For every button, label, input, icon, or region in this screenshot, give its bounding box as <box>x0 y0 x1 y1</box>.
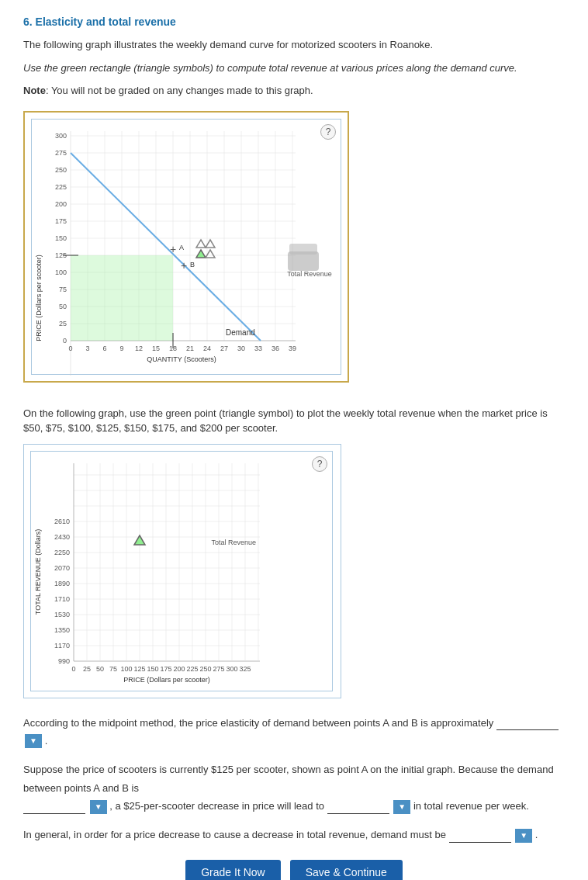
svg-text:100: 100 <box>120 665 132 673</box>
svg-text:+: + <box>170 243 176 255</box>
demand-label: Demand <box>226 328 255 337</box>
svg-text:1710: 1710 <box>54 595 70 603</box>
svg-text:150: 150 <box>55 234 67 242</box>
svg-text:125: 125 <box>133 665 145 673</box>
svg-text:1530: 1530 <box>54 611 70 618</box>
svg-text:QUANTITY (Scooters): QUANTITY (Scooters) <box>147 355 216 363</box>
dropdown1-arrow[interactable]: ▼ <box>25 734 42 748</box>
svg-text:33: 33 <box>254 345 262 352</box>
svg-text:24: 24 <box>203 345 211 352</box>
question2-mid: , a $25-per-scooter decrease in price wi… <box>109 800 324 812</box>
dropdown4-line <box>449 829 511 843</box>
svg-text:25: 25 <box>59 320 67 327</box>
question3-period: . <box>535 829 538 840</box>
svg-text:275: 275 <box>213 665 224 673</box>
svg-text:225: 225 <box>55 183 67 191</box>
svg-text:3: 3 <box>85 345 89 352</box>
total-revenue-label-1: Total Revenue <box>287 270 332 278</box>
svg-text:6: 6 <box>102 345 106 352</box>
grade-it-now-button[interactable]: Grade It Now <box>185 860 280 880</box>
svg-text:39: 39 <box>289 345 296 352</box>
svg-text:1350: 1350 <box>54 626 70 634</box>
graph2-outer: ? TOTAL REVENUE (Dollars) <box>23 444 341 698</box>
svg-text:200: 200 <box>173 665 185 673</box>
svg-text:30: 30 <box>237 345 245 352</box>
svg-text:300: 300 <box>55 132 67 140</box>
question2-row: Suppose the price of scooters is current… <box>23 760 565 815</box>
help-button-2[interactable]: ? <box>312 456 327 472</box>
question2-pre: Suppose the price of scooters is current… <box>23 764 554 793</box>
svg-text:1170: 1170 <box>54 642 70 650</box>
svg-text:225: 225 <box>186 665 198 673</box>
svg-text:175: 175 <box>160 665 171 673</box>
svg-text:2250: 2250 <box>54 549 70 556</box>
svg-text:2430: 2430 <box>54 533 70 541</box>
dropdown2-arrow[interactable]: ▼ <box>90 800 107 814</box>
svg-text:2610: 2610 <box>54 518 70 525</box>
svg-text:990: 990 <box>58 657 70 665</box>
para2-italic: Use the green rectangle (triangle symbol… <box>23 61 565 76</box>
svg-text:100: 100 <box>55 269 67 276</box>
question1-period: . <box>45 735 48 747</box>
dropdown2-line <box>23 800 85 814</box>
triangle-1[interactable] <box>196 240 206 248</box>
save-continue-button[interactable]: Save & Continue <box>290 860 403 880</box>
question3-row: In general, in order for a price decreas… <box>23 826 565 844</box>
svg-text:36: 36 <box>272 345 279 352</box>
question3-text: In general, in order for a price decreas… <box>23 829 446 840</box>
question1-text: According to the midpoint method, the pr… <box>23 717 493 729</box>
svg-text:21: 21 <box>186 345 194 352</box>
svg-text:9: 9 <box>119 345 123 352</box>
dropdown1-line <box>496 716 559 730</box>
question2-post: in total revenue per week. <box>413 800 529 812</box>
svg-text:PRICE (Dollars per scooter): PRICE (Dollars per scooter) <box>123 676 210 684</box>
svg-text:0: 0 <box>71 665 75 673</box>
svg-text:300: 300 <box>226 665 237 673</box>
svg-text:175: 175 <box>55 217 67 225</box>
svg-rect-61 <box>289 244 317 255</box>
svg-text:250: 250 <box>55 166 67 174</box>
svg-text:A: A <box>179 244 184 251</box>
triangle-3[interactable] <box>196 250 206 258</box>
graph1-inner[interactable]: ? PRICE (Dollars per scooter) <box>31 119 341 375</box>
svg-text:0: 0 <box>68 345 72 352</box>
svg-text:75: 75 <box>109 665 117 673</box>
graph1-svg: PRICE (Dollars per scooter) <box>32 120 342 376</box>
svg-text:15: 15 <box>152 345 160 352</box>
svg-text:25: 25 <box>83 665 91 673</box>
graph1-outer: ? PRICE (Dollars per scooter) <box>23 111 349 383</box>
dropdown4-arrow[interactable]: ▼ <box>515 829 532 843</box>
svg-text:TOTAL REVENUE (Dollars): TOTAL REVENUE (Dollars) <box>34 528 42 614</box>
svg-text:50: 50 <box>59 303 67 310</box>
section-title: 6. Elasticity and total revenue <box>23 16 565 28</box>
buttons-row: Grade It Now Save & Continue <box>23 860 565 880</box>
para3: On the following graph, use the green po… <box>23 406 565 436</box>
svg-text:200: 200 <box>55 200 67 208</box>
graph2-svg: TOTAL REVENUE (Dollars) <box>31 452 334 692</box>
help-button-1[interactable]: ? <box>320 124 336 140</box>
svg-text:+: + <box>181 259 187 272</box>
svg-text:75: 75 <box>59 286 67 293</box>
graph1-y-label: PRICE (Dollars per scooter) <box>35 255 43 341</box>
note-label: Note <box>23 85 46 96</box>
revenue-rect-a <box>71 255 173 341</box>
svg-text:275: 275 <box>55 149 67 157</box>
svg-text:2070: 2070 <box>54 564 70 572</box>
svg-text:0: 0 <box>63 337 67 345</box>
svg-text:27: 27 <box>220 345 228 352</box>
question1-row: According to the midpoint method, the pr… <box>23 714 565 750</box>
total-revenue-label-2: Total Revenue <box>211 539 256 546</box>
svg-text:325: 325 <box>239 665 251 673</box>
svg-text:150: 150 <box>147 665 158 673</box>
note-para: Note: You will not be graded on any chan… <box>23 83 565 99</box>
svg-text:B: B <box>190 261 195 269</box>
svg-text:12: 12 <box>135 345 143 352</box>
para1: The following graph illustrates the week… <box>23 37 565 53</box>
svg-text:50: 50 <box>96 665 104 673</box>
svg-text:1890: 1890 <box>54 580 70 587</box>
svg-text:250: 250 <box>199 665 211 673</box>
note-text: : You will not be graded on any changes … <box>46 85 313 96</box>
dropdown3-line <box>327 800 389 814</box>
graph2-inner[interactable]: ? TOTAL REVENUE (Dollars) <box>30 451 333 691</box>
dropdown3-arrow[interactable]: ▼ <box>393 800 410 814</box>
